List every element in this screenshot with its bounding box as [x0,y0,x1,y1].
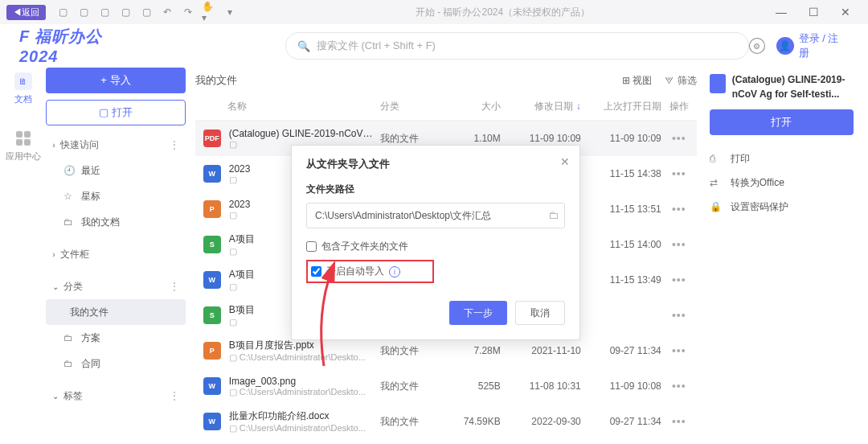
sidebar-item-myfiles[interactable]: 我的文件 [46,299,186,325]
row-more-icon[interactable]: ••• [672,380,686,393]
folder-icon: 🗀 [63,216,75,228]
browse-folder-icon[interactable]: 🗀 [548,209,559,221]
row-more-icon[interactable]: ••• [672,309,686,322]
cancel-button[interactable]: 取消 [515,301,565,325]
file-name: 2023 [229,163,251,175]
filter-toggle[interactable]: ⩔ 筛选 [665,74,696,88]
file-name: A项目 [229,268,255,282]
content-heading: 我的文件 [195,73,237,88]
folder-path-input[interactable] [306,203,565,228]
maximize-button[interactable]: ☐ [797,6,829,18]
modal-close-button[interactable]: ✕ [560,155,570,168]
col-modified[interactable]: 修改日期 ↓ [501,100,581,113]
window-title: 开始 - 福昕办公2024（未经授权的产品） [240,6,765,19]
auto-import-checkbox[interactable]: 开启自动导入 i [306,260,434,283]
import-button[interactable]: + 导入 [46,68,186,93]
undo-icon[interactable]: ↶ [160,5,174,19]
row-more-icon[interactable]: ••• [672,273,686,286]
settings-icon[interactable]: ⚙ [749,38,765,54]
table-row[interactable]: W 批量水印功能介绍.docx ▢ C:\Users\Administrator… [195,404,697,439]
file-modified: 2022-09-30 [501,416,581,427]
info-icon[interactable]: i [389,266,400,278]
chevron-right-icon: › [52,250,55,259]
include-subfolder-checkbox[interactable]: 包含子文件夹的文件 [306,240,565,253]
table-row[interactable]: W Image_003.png ▢ C:\Users\Administrator… [195,368,697,404]
col-size[interactable]: 大小 [444,100,501,113]
col-category[interactable]: 分类 [380,100,444,113]
folder-icon: 🗀 [63,332,75,343]
folder-icon: 🗀 [63,358,75,369]
file-name: (Catalogue) GLINE-2019-nCoV A... [229,128,374,139]
row-more-icon[interactable]: ••• [672,415,686,428]
row-more-icon[interactable]: ••• [672,132,686,145]
table-header: 名称 分类 大小 修改日期 ↓ 上次打开日期 操作 [195,93,697,121]
row-more-icon[interactable]: ••• [672,344,686,357]
file-path: ▢ [229,210,251,220]
protect-action[interactable]: 🔒设置密码保护 [710,195,854,219]
toolbar-icon[interactable]: ▢ [97,5,112,19]
ppt-icon: P [203,200,221,218]
group-tags[interactable]: ⌄标签⋮ [46,383,186,409]
col-lastopen[interactable]: 上次打开日期 [581,100,661,113]
col-actions: 操作 [661,100,697,113]
modal-title: 从文件夹导入文件 [306,157,565,171]
more-icon[interactable]: ⋮ [170,390,179,401]
back-button[interactable]: ◀返回 [6,5,46,20]
file-path: ▢ C:\Users\Administrator\Deskto... [229,352,366,363]
close-button[interactable]: ✕ [829,6,862,18]
more-icon[interactable]: ⋮ [170,281,179,292]
group-category[interactable]: ⌄分类⋮ [46,273,186,299]
file-modified: 11-08 10:31 [501,380,581,392]
group-cabinet[interactable]: ›文件柜 [46,241,186,267]
minimize-button[interactable]: — [765,6,797,18]
xls-icon: S [203,306,221,324]
file-name: 2023 [229,199,251,210]
folder-path-label: 文件夹路径 [306,183,565,196]
toolbar-icon[interactable]: ▢ [139,5,154,19]
toolbar-icon[interactable]: ▢ [118,5,133,19]
logo-f-icon: F [19,27,30,45]
xls-icon: S [203,236,221,253]
avatar-icon: 👤 [776,37,794,55]
sidebar-item-star[interactable]: ☆星标 [46,183,186,209]
convert-action[interactable]: ⇄转换为Office [710,171,854,195]
next-button[interactable]: 下一步 [449,301,507,325]
pdf-icon: PDF [203,130,221,147]
file-lastopen: 11-15 14:38 [581,168,661,179]
file-lastopen: 09-27 11:34 [581,345,661,356]
col-name[interactable]: 名称 [195,100,380,113]
file-lastopen: 11-09 10:09 [581,133,661,144]
file-path: ▢ C:\Users\Administrator\Deskto... [229,387,366,397]
view-toggle[interactable]: ⊞ 视图 [622,74,652,88]
nav-appcenter[interactable]: 应用中心 [6,130,41,162]
group-quick-access[interactable]: ›快速访问⋮ [46,132,186,158]
more-icon[interactable]: ⋮ [170,139,179,150]
row-more-icon[interactable]: ••• [672,167,686,180]
star-icon: ☆ [63,191,75,202]
print-icon: ⎙ [710,153,723,164]
print-action[interactable]: ⎙打印 [710,146,854,171]
row-more-icon[interactable]: ••• [672,238,686,251]
clock-icon: 🕘 [63,165,75,176]
redo-icon[interactable]: ↷ [181,5,195,19]
sidebar-item-contracts[interactable]: 🗀合同 [46,351,186,376]
login-link[interactable]: 👤 登录 / 注册 [776,31,849,60]
sidebar-item-mydocs[interactable]: 🗀我的文档 [46,209,186,235]
nav-documents[interactable]: 🗎 文档 [14,72,32,105]
word-icon: W [203,271,221,289]
toolbar-icon[interactable]: ▢ [76,5,91,19]
row-more-icon[interactable]: ••• [672,203,686,216]
file-name: B项目月度报告.pptx [229,339,366,352]
convert-icon: ⇄ [710,177,723,188]
open-button[interactable]: ▢ 打开 [46,100,186,125]
dropdown-icon[interactable]: ▾ [223,5,237,19]
file-path: ▢ [229,175,251,185]
file-category: 我的文件 [380,380,444,393]
toolbar-icon[interactable]: ▢ [55,5,70,19]
sidebar-item-recent[interactable]: 🕘最近 [46,158,186,183]
open-file-button[interactable]: 打开 [710,109,854,135]
search-input[interactable]: 🔍 搜索文件 (Ctrl + Shift + F) [285,32,749,60]
hand-icon[interactable]: ✋▾ [202,5,216,19]
sidebar-item-plans[interactable]: 🗀方案 [46,325,186,351]
grid-icon [14,130,32,147]
